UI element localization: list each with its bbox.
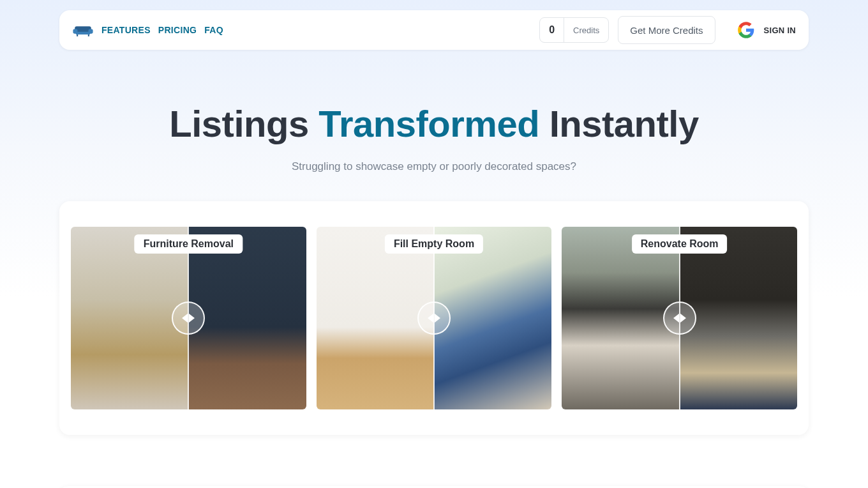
nav-left: FEATURES PRICING FAQ <box>72 22 223 38</box>
card-renovate-room: Renovate Room <box>562 227 797 409</box>
after-image <box>680 227 797 409</box>
top-nav: FEATURES PRICING FAQ 0 Credits Get More … <box>59 10 809 50</box>
get-more-credits-button[interactable]: Get More Credits <box>618 16 715 44</box>
comparison-slider-handle[interactable] <box>172 301 205 335</box>
card-badge: Fill Empty Room <box>385 234 483 254</box>
svg-rect-5 <box>88 34 89 36</box>
nav-links: FEATURES PRICING FAQ <box>101 25 223 35</box>
hero-subtitle: Struggling to showcase empty or poorly d… <box>0 160 868 173</box>
hero-title-post: Instantly <box>539 103 699 144</box>
comparison-cards: Furniture Removal Fill Empty Room Renova… <box>59 201 809 435</box>
credits-count: 0 <box>540 18 564 42</box>
arrow-left-icon <box>673 314 679 323</box>
before-image <box>71 227 188 409</box>
arrow-right-icon <box>189 314 195 323</box>
arrow-left-icon <box>182 314 188 323</box>
card-badge: Furniture Removal <box>135 234 243 254</box>
arrow-left-icon <box>428 314 433 323</box>
credits-label: Credits <box>564 26 608 35</box>
google-icon[interactable] <box>737 21 755 39</box>
hero-title-pre: Listings <box>169 103 318 144</box>
before-image <box>317 227 434 409</box>
svg-rect-3 <box>76 32 91 34</box>
svg-rect-4 <box>77 34 78 36</box>
card-badge: Renovate Room <box>632 234 728 254</box>
card-furniture-removal: Furniture Removal <box>71 227 306 409</box>
hero-title: Listings Transformed Instantly <box>0 102 868 145</box>
nav-faq[interactable]: FAQ <box>204 25 223 35</box>
credits-display: 0 Credits <box>539 17 609 43</box>
after-image <box>188 227 306 409</box>
couch-logo-icon[interactable] <box>72 22 94 38</box>
nav-features[interactable]: FEATURES <box>101 25 151 35</box>
hero-section: Listings Transformed Instantly Strugglin… <box>0 102 868 173</box>
comparison-slider-handle[interactable] <box>417 301 451 335</box>
sign-in-button[interactable]: SIGN IN <box>764 26 797 35</box>
card-fill-empty-room: Fill Empty Room <box>317 227 552 409</box>
arrow-right-icon <box>435 314 440 323</box>
nav-right: 0 Credits Get More Credits SIGN IN <box>539 16 796 44</box>
before-image <box>562 227 679 409</box>
arrow-right-icon <box>680 314 686 323</box>
hero-title-accent: Transformed <box>318 103 539 144</box>
comparison-slider-handle[interactable] <box>663 301 696 335</box>
nav-pricing[interactable]: PRICING <box>158 25 197 35</box>
after-image <box>434 227 551 409</box>
